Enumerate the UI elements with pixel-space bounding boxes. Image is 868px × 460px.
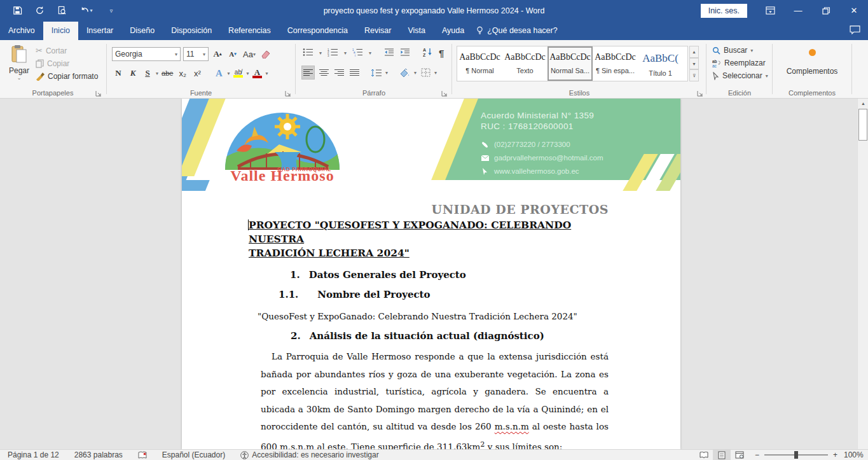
text-effects-button[interactable]: A xyxy=(212,66,225,80)
tab-diseno[interactable]: Diseño xyxy=(121,22,163,40)
font-dialog-launcher[interactable] xyxy=(285,90,292,97)
borders-dropdown-icon[interactable]: ▾ xyxy=(434,70,437,76)
superscript-button[interactable]: x² xyxy=(191,66,203,80)
replace-button[interactable]: abacReemplazar xyxy=(712,59,768,67)
restore-button[interactable] xyxy=(812,0,840,21)
borders-button[interactable] xyxy=(419,66,432,80)
word-count[interactable]: 2863 palabras xyxy=(67,450,130,459)
copy-button[interactable]: Copiar xyxy=(36,59,98,68)
numbering-dropdown-icon[interactable]: ▾ xyxy=(344,50,347,56)
zoom-out-button[interactable]: − xyxy=(755,450,759,459)
line-spacing-dropdown-icon[interactable]: ▾ xyxy=(385,70,388,76)
subscript-button[interactable]: x₂ xyxy=(176,66,189,80)
find-dropdown-icon[interactable]: ▾ xyxy=(750,48,753,53)
bullets-dropdown-icon[interactable]: ▾ xyxy=(319,50,322,56)
zoom-in-button[interactable]: + xyxy=(833,450,837,459)
sort-button[interactable]: AZ xyxy=(423,47,433,59)
style-titulo1[interactable]: AaBbC( Título 1 xyxy=(638,46,683,81)
undo-dropdown-icon[interactable]: ▾ xyxy=(90,8,92,13)
font-name-combo[interactable]: Georgia▾ xyxy=(112,47,181,61)
clear-formatting-button[interactable] xyxy=(259,47,272,61)
tab-disposicion[interactable]: Disposición xyxy=(163,22,220,40)
bullets-button[interactable] xyxy=(303,48,313,59)
vertical-scrollbar[interactable]: ▲ xyxy=(857,99,868,449)
tab-correspondencia[interactable]: Correspondencia xyxy=(279,22,356,40)
tab-revisar[interactable]: Revisar xyxy=(356,22,399,40)
print-layout-button[interactable] xyxy=(713,450,731,460)
style-normal-sangria[interactable]: AaBbCcDc Normal Sa... xyxy=(548,46,593,81)
undo-button[interactable]: ▾ xyxy=(78,5,95,17)
styles-scroll-up-button[interactable]: ▲ xyxy=(689,46,699,58)
paste-button[interactable]: Pegar ⌄ xyxy=(5,45,33,93)
align-right-button[interactable] xyxy=(333,66,345,80)
select-dropdown-icon[interactable]: ▾ xyxy=(766,73,768,79)
select-button[interactable]: Seleccionar▾ xyxy=(712,71,768,80)
underline-button[interactable]: S xyxy=(141,66,154,80)
shading-button[interactable] xyxy=(398,66,411,80)
align-center-button[interactable] xyxy=(317,66,330,80)
font-size-combo[interactable]: 11▾ xyxy=(183,47,209,61)
highlight-dropdown-icon[interactable]: ▾ xyxy=(246,71,249,76)
text-effects-dropdown-icon[interactable]: ▾ xyxy=(227,71,230,76)
style-normal[interactable]: AaBbCcDc ¶ Normal xyxy=(457,46,502,81)
document-canvas[interactable]: Acuerdo Ministerial N° 1359 RUC : 176812… xyxy=(0,99,857,449)
line-spacing-button[interactable] xyxy=(369,66,383,80)
decrease-indent-button[interactable] xyxy=(384,48,394,59)
ribbon-display-options-button[interactable] xyxy=(756,0,784,21)
language-indicator[interactable]: Español (Ecuador) xyxy=(155,450,233,459)
accessibility-status[interactable]: Accesibilidad: es necesario investigar xyxy=(233,450,386,459)
justify-button[interactable] xyxy=(348,66,361,80)
zoom-slider-knob[interactable] xyxy=(794,451,798,459)
paragraph-dialog-launcher[interactable] xyxy=(441,90,448,97)
style-sin-espaciado[interactable]: AaBbCcDc ¶ Sin espa... xyxy=(593,46,638,81)
bold-button[interactable]: N xyxy=(112,66,125,80)
scroll-up-arrow[interactable]: ▲ xyxy=(858,99,868,108)
customize-qat-button[interactable]: ▿ xyxy=(106,5,117,17)
shading-dropdown-icon[interactable]: ▾ xyxy=(414,70,417,76)
styles-scroll-down-button[interactable]: ▼ xyxy=(689,58,699,70)
print-preview-button[interactable] xyxy=(56,5,67,17)
numbering-button[interactable]: 123 xyxy=(327,48,338,59)
save-button[interactable] xyxy=(11,5,23,17)
feedback-comment-icon[interactable] xyxy=(850,25,860,37)
increase-indent-button[interactable] xyxy=(400,48,410,59)
zoom-percentage[interactable]: 100% xyxy=(844,450,868,459)
multilevel-list-button[interactable]: 1ai xyxy=(352,48,363,59)
minimize-button[interactable]: — xyxy=(784,0,812,21)
grow-font-button[interactable]: A▴ xyxy=(211,47,224,61)
show-marks-button[interactable]: ¶ xyxy=(439,48,444,59)
font-color-button[interactable]: A xyxy=(251,66,263,80)
align-left-button[interactable] xyxy=(301,66,315,80)
page-indicator[interactable]: Página 1 de 12 xyxy=(0,450,67,459)
styles-dialog-launcher[interactable] xyxy=(697,90,704,97)
style-texto[interactable]: AaBbCcDc Texto xyxy=(502,46,548,81)
zoom-slider[interactable] xyxy=(764,454,828,456)
tab-archivo[interactable]: Archivo xyxy=(0,22,43,40)
find-button[interactable]: Buscar▾ xyxy=(712,46,768,55)
clipboard-dialog-launcher[interactable] xyxy=(95,90,102,97)
proofing-errors-icon[interactable] xyxy=(130,451,155,459)
tab-referencias[interactable]: Referencias xyxy=(220,22,279,40)
change-case-button[interactable]: Aa▾ xyxy=(242,47,257,61)
web-layout-button[interactable] xyxy=(731,450,748,460)
format-painter-button[interactable]: Copiar formato xyxy=(36,72,98,81)
underline-dropdown-icon[interactable]: ▾ xyxy=(156,71,158,76)
tell-me-box[interactable]: ¿Qué desea hacer? xyxy=(472,22,564,40)
tab-inicio[interactable]: Inicio xyxy=(43,22,78,40)
tab-vista[interactable]: Vista xyxy=(399,22,434,40)
tab-insertar[interactable]: Insertar xyxy=(78,22,121,40)
close-button[interactable]: ✕ xyxy=(840,0,868,21)
scrollbar-thumb[interactable] xyxy=(858,109,867,141)
cut-button[interactable]: ✂Cortar xyxy=(36,46,98,55)
document-page[interactable]: Acuerdo Ministerial N° 1359 RUC : 176812… xyxy=(182,99,680,449)
read-mode-button[interactable] xyxy=(695,450,713,460)
shrink-font-button[interactable]: A▾ xyxy=(226,47,239,61)
italic-button[interactable]: K xyxy=(127,66,139,80)
sign-in-button[interactable]: Inic. ses. xyxy=(701,4,747,18)
styles-more-button[interactable]: ⊽ xyxy=(689,69,699,81)
paste-dropdown-icon[interactable]: ⌄ xyxy=(5,75,33,81)
tab-ayuda[interactable]: Ayuda xyxy=(434,22,472,40)
document-body[interactable]: UNIDAD DE PROYECTOS PROYECTO "QUESOFEST … xyxy=(182,191,680,449)
highlight-button[interactable]: ab̸ xyxy=(231,66,244,80)
font-color-dropdown-icon[interactable]: ▾ xyxy=(265,71,268,76)
